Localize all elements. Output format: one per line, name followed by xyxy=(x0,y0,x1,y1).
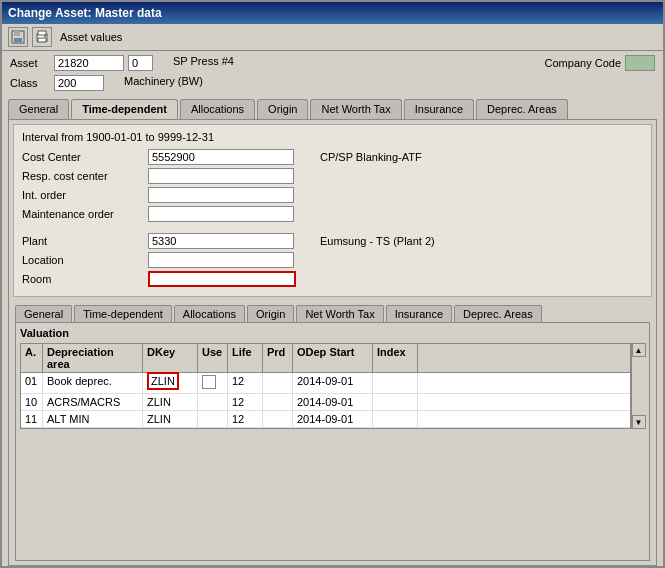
description-field: SP Press #4 xyxy=(173,55,234,67)
asset-label: Asset xyxy=(10,57,50,69)
cell-use-2 xyxy=(198,411,228,427)
class-value: 200 xyxy=(54,75,104,91)
header-prd: Prd xyxy=(263,344,293,372)
cell-life-2: 12 xyxy=(228,411,263,427)
tab-net-worth-tax[interactable]: Net Worth Tax xyxy=(310,99,401,119)
valuation-section: Valuation A. Depreciation area DKey Use … xyxy=(15,322,650,561)
tab2-allocations[interactable]: Allocations xyxy=(174,305,245,322)
valuation-table: A. Depreciation area DKey Use Life Prd O… xyxy=(20,343,631,429)
company-code-label: Company Code xyxy=(545,57,621,69)
resp-cost-center-input[interactable] xyxy=(148,168,294,184)
tab-deprec-areas[interactable]: Deprec. Areas xyxy=(476,99,568,119)
svg-rect-5 xyxy=(38,38,46,42)
tab-general[interactable]: General xyxy=(8,99,69,119)
save-icon[interactable] xyxy=(8,27,28,47)
cell-index-0 xyxy=(373,373,418,393)
cell-prd-0 xyxy=(263,373,293,393)
valuation-title: Valuation xyxy=(20,327,645,339)
cell-prd-1 xyxy=(263,394,293,410)
title-bar: Change Asset: Master data xyxy=(2,2,663,24)
cost-center-text: CP/SP Blanking-ATF xyxy=(320,151,422,163)
header-dkey: DKey xyxy=(143,344,198,372)
cell-dep-0: Book deprec. xyxy=(43,373,143,393)
class-field: Class 200 xyxy=(10,75,104,91)
cell-dkey-0: ZLIN xyxy=(143,373,198,393)
table-header-row: A. Depreciation area DKey Use Life Prd O… xyxy=(21,344,630,373)
tab-insurance[interactable]: Insurance xyxy=(404,99,474,119)
description2-text: Machinery (BW) xyxy=(124,75,203,87)
asset-field: Asset 21820 0 xyxy=(10,55,153,71)
tab2-insurance[interactable]: Insurance xyxy=(386,305,452,322)
location-label: Location xyxy=(22,254,142,266)
svg-rect-2 xyxy=(14,38,22,42)
room-label: Room xyxy=(22,273,142,285)
use-checkbox-0[interactable] xyxy=(202,375,216,389)
tab-allocations[interactable]: Allocations xyxy=(180,99,255,119)
dkey-highlighted: ZLIN xyxy=(147,372,179,390)
int-order-label: Int. order xyxy=(22,189,142,201)
location-row: Location xyxy=(22,252,643,268)
maintenance-order-input[interactable] xyxy=(148,206,294,222)
cell-prd-2 xyxy=(263,411,293,427)
window-title: Change Asset: Master data xyxy=(8,6,162,20)
header-odep: ODep Start xyxy=(293,344,373,372)
main-tabs: General Time-dependent Allocations Origi… xyxy=(2,99,663,119)
cell-dep-2: ALT MIN xyxy=(43,411,143,427)
cell-odep-0: 2014-09-01 xyxy=(293,373,373,393)
tab2-general[interactable]: General xyxy=(15,305,72,322)
scroll-up-button[interactable]: ▲ xyxy=(632,343,646,357)
cost-center-label: Cost Center xyxy=(22,151,142,163)
table-wrapper: A. Depreciation area DKey Use Life Prd O… xyxy=(20,343,645,429)
table-row[interactable]: 11 ALT MIN ZLIN 12 2014-09-01 xyxy=(21,411,630,428)
scrollbar: ▲ ▼ xyxy=(631,343,645,429)
cell-a-0: 01 xyxy=(21,373,43,393)
asset-info-area: Asset 21820 0 SP Press #4 Company Code xyxy=(2,51,663,75)
tab-time-dependent[interactable]: Time-dependent xyxy=(71,99,178,119)
cell-odep-2: 2014-09-01 xyxy=(293,411,373,427)
tab2-net-worth-tax[interactable]: Net Worth Tax xyxy=(296,305,383,322)
cell-life-0: 12 xyxy=(228,373,263,393)
tab-origin[interactable]: Origin xyxy=(257,99,308,119)
resp-cost-center-label: Resp. cost center xyxy=(22,170,142,182)
secondary-tabs: General Time-dependent Allocations Origi… xyxy=(9,305,656,322)
cell-life-1: 12 xyxy=(228,394,263,410)
interval-header: Interval from 1900-01-01 to 9999-12-31 xyxy=(22,131,643,143)
header-dep: Depreciation area xyxy=(43,344,143,372)
asset-values-label: Asset values xyxy=(60,31,122,43)
svg-rect-4 xyxy=(38,31,46,35)
tab2-origin[interactable]: Origin xyxy=(247,305,294,322)
cell-dep-1: ACRS/MACRS xyxy=(43,394,143,410)
scroll-down-button[interactable]: ▼ xyxy=(632,415,646,429)
table-row[interactable]: 01 Book deprec. ZLIN 12 2014-09-01 xyxy=(21,373,630,394)
int-order-input[interactable] xyxy=(148,187,294,203)
room-row: Room xyxy=(22,271,643,287)
header-use: Use xyxy=(198,344,228,372)
asset-subnumber: 0 xyxy=(128,55,153,71)
print-icon[interactable] xyxy=(32,27,52,47)
header-life: Life xyxy=(228,344,263,372)
asset-value: 21820 xyxy=(54,55,124,71)
cell-use-1 xyxy=(198,394,228,410)
main-window: Change Asset: Master data Asset values A… xyxy=(0,0,665,568)
cell-dkey-2: ZLIN xyxy=(143,411,198,427)
cell-dkey-1: ZLIN xyxy=(143,394,198,410)
tab2-deprec-areas[interactable]: Deprec. Areas xyxy=(454,305,542,322)
asset-info-row2: Class 200 Machinery (BW) xyxy=(2,75,663,95)
company-code-field: Company Code xyxy=(545,55,655,71)
company-code-value xyxy=(625,55,655,71)
description2-field: Machinery (BW) xyxy=(124,75,203,87)
interval-section: Interval from 1900-01-01 to 9999-12-31 C… xyxy=(13,124,652,297)
room-input[interactable] xyxy=(148,271,296,287)
location-input[interactable] xyxy=(148,252,294,268)
plant-input[interactable] xyxy=(148,233,294,249)
svg-point-6 xyxy=(44,35,46,37)
plant-label: Plant xyxy=(22,235,142,247)
tab2-time-dependent[interactable]: Time-dependent xyxy=(74,305,172,322)
table-row[interactable]: 10 ACRS/MACRS ZLIN 12 2014-09-01 xyxy=(21,394,630,411)
plant-text: Eumsung - TS (Plant 2) xyxy=(320,235,435,247)
cost-center-row: Cost Center CP/SP Blanking-ATF xyxy=(22,149,643,165)
class-label: Class xyxy=(10,77,50,89)
toolbar: Asset values xyxy=(2,24,663,51)
maintenance-order-row: Maintenance order xyxy=(22,206,643,222)
cost-center-input[interactable] xyxy=(148,149,294,165)
